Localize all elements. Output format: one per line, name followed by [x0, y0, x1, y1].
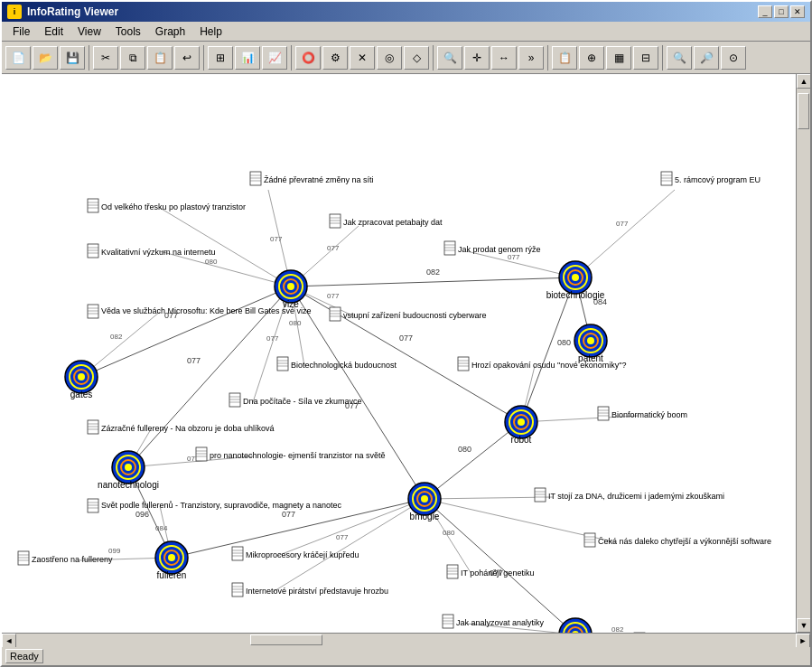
diamond-button[interactable]: ◇ — [404, 46, 429, 70]
graph-button[interactable]: 📈 — [262, 46, 287, 70]
menu-graph[interactable]: Graph — [148, 23, 192, 40]
add-button[interactable]: ⊕ — [579, 46, 604, 70]
scroll-track-h[interactable] — [16, 634, 796, 648]
svg-rect-208 — [232, 583, 243, 597]
search-button[interactable]: 🔍 — [437, 46, 462, 70]
svg-point-66 — [287, 283, 294, 290]
svg-text:Žádné převratné změny na síti: Žádné převratné změny na síti — [264, 175, 374, 184]
svg-point-71 — [572, 274, 579, 281]
svg-text:077: 077 — [327, 244, 340, 252]
sep3 — [291, 45, 292, 70]
menu-tools[interactable]: Tools — [108, 23, 148, 40]
svg-rect-183 — [535, 488, 546, 502]
svg-text:Zázračné fullereny - Na obzoru: Zázračné fullereny - Na obzoru je doba u… — [101, 424, 275, 433]
svg-text:Jak prodat genom rýže: Jak prodat genom rýže — [458, 245, 541, 254]
svg-text:080: 080 — [557, 338, 571, 347]
graph-area[interactable]: 082 077 077 077 077 084 080 080 096 07 — [2, 74, 796, 633]
scroll-left-button[interactable]: ◄ — [2, 634, 16, 648]
zoom-out-button[interactable]: 🔎 — [694, 46, 719, 70]
scroll-up-button[interactable]: ▲ — [797, 74, 810, 89]
svg-rect-0 — [2, 74, 796, 633]
title-bar-controls: _ □ ✕ — [758, 5, 805, 18]
svg-text:IT stojí za DNA, družicemi i j: IT stojí za DNA, družicemi i jadernými z… — [548, 492, 724, 501]
status-bar: Ready — [2, 647, 810, 665]
svg-text:Kvalitativní výzkum na interne: Kvalitativní výzkum na internetu — [101, 248, 216, 257]
svg-text:Internetové pirátství představ: Internetové pirátství představuje hrozbu — [246, 587, 388, 596]
forward-button[interactable]: » — [518, 46, 544, 70]
svg-text:077: 077 — [336, 533, 349, 541]
bottom-area: ◄ ► Ready — [2, 633, 810, 665]
svg-text:biotechnologie: biotechnologie — [546, 290, 605, 300]
new-button[interactable]: 📄 — [5, 46, 31, 70]
minimize-button[interactable]: _ — [758, 5, 772, 18]
remove-button[interactable]: ⊟ — [633, 46, 658, 70]
circle-button[interactable]: ⭕ — [295, 46, 321, 70]
svg-text:bmogie: bmogie — [410, 512, 440, 521]
copy-button[interactable]: ⧉ — [120, 46, 145, 70]
settings-button[interactable]: ⚙ — [322, 46, 348, 70]
svg-rect-178 — [88, 499, 98, 512]
svg-point-91 — [587, 337, 594, 344]
zoom-reset-button[interactable]: ⊙ — [721, 46, 746, 70]
svg-text:IT pohánějí genetiku: IT pohánějí genetiku — [461, 568, 534, 578]
scroll-track-v[interactable] — [797, 89, 810, 618]
cut-button[interactable]: ✂ — [93, 46, 118, 70]
delete-button[interactable]: ✕ — [350, 46, 375, 70]
cross-button[interactable]: ✛ — [464, 46, 490, 70]
menu-edit[interactable]: Edit — [37, 23, 70, 40]
horizontal-scrollbar[interactable]: ◄ ► — [2, 633, 810, 647]
svg-text:077: 077 — [266, 334, 279, 343]
close-button[interactable]: ✕ — [790, 5, 805, 18]
grid2-button[interactable]: ▦ — [606, 46, 631, 70]
svg-text:Od velkého třesku po plastový : Od velkého třesku po plastový tranzistor — [101, 202, 246, 211]
svg-text:Svět podle fullerenů - Tranzis: Svět podle fullerenů - Tranzistory, supr… — [101, 501, 341, 510]
target-button[interactable]: ◎ — [377, 46, 402, 70]
svg-point-96 — [168, 554, 175, 561]
svg-rect-203 — [447, 565, 458, 578]
scroll-thumb-v[interactable] — [798, 93, 809, 129]
undo-button[interactable]: ↩ — [174, 46, 200, 70]
zoom-in-button[interactable]: 🔍 — [667, 46, 692, 70]
maximize-button[interactable]: □ — [774, 5, 789, 18]
chart-button[interactable]: 📊 — [235, 46, 260, 70]
svg-text:077: 077 — [327, 292, 340, 300]
svg-rect-148 — [277, 357, 288, 371]
vertical-scrollbar[interactable]: ▲ ▼ — [796, 74, 810, 633]
svg-text:Čeká nás daleko chytřejší a vý: Čeká nás daleko chytřejší a výkonnější s… — [598, 537, 771, 546]
menu-view[interactable]: View — [70, 23, 108, 40]
svg-text:082: 082 — [426, 268, 440, 277]
graph-svg: 082 077 077 077 077 084 080 080 096 07 — [2, 74, 796, 633]
svg-point-101 — [421, 495, 428, 503]
svg-rect-153 — [458, 357, 469, 371]
main-content: 082 077 077 077 077 084 080 080 096 07 — [2, 74, 810, 633]
svg-rect-213 — [443, 615, 453, 628]
svg-rect-123 — [330, 214, 341, 228]
sep4 — [433, 45, 434, 70]
svg-text:nanotechnologi: nanotechnologi — [98, 480, 159, 490]
clipboard-button[interactable]: 📋 — [552, 46, 577, 70]
menu-file[interactable]: File — [5, 23, 37, 40]
scroll-down-button[interactable]: ▼ — [797, 618, 810, 633]
grid-button[interactable]: ⊞ — [208, 46, 233, 70]
resize-button[interactable]: ↔ — [491, 46, 517, 70]
svg-text:077: 077 — [187, 356, 201, 365]
svg-text:pro nanotechnologie- ejmenší t: pro nanotechnologie- ejmenší tranzistor … — [210, 451, 386, 460]
svg-text:Věda ve službách Microsoftu: K: Věda ve službách Microsoftu: Kde bere Bi… — [101, 306, 312, 315]
main-window: i InfoRating Viewer _ □ ✕ File Edit View… — [0, 0, 812, 667]
title-bar: i InfoRating Viewer _ □ ✕ — [2, 2, 810, 22]
svg-rect-133 — [661, 172, 672, 185]
svg-point-76 — [78, 373, 85, 380]
sep1 — [89, 45, 89, 70]
svg-text:5. rámcový program EU: 5. rámcový program EU — [675, 175, 761, 184]
scroll-thumb-h[interactable] — [250, 634, 322, 645]
menu-help[interactable]: Help — [192, 23, 229, 40]
paste-button[interactable]: 📋 — [147, 46, 173, 70]
window-title: InfoRating Viewer — [27, 5, 118, 18]
svg-text:080: 080 — [205, 258, 218, 266]
svg-text:099: 099 — [108, 547, 121, 555]
open-button[interactable]: 📂 — [33, 46, 58, 70]
svg-text:077: 077 — [508, 253, 520, 261]
svg-text:082: 082 — [110, 333, 123, 341]
scroll-right-button[interactable]: ► — [796, 634, 810, 648]
save-button[interactable]: 💾 — [60, 46, 85, 70]
